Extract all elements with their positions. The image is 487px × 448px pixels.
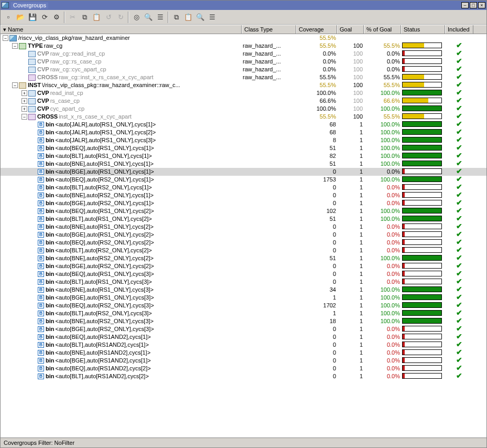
- header-included[interactable]: Included: [445, 25, 473, 34]
- name-cell[interactable]: Bbin<auto[BGE],auto[RS1_ONLY],cycs[1]>: [1, 168, 242, 176]
- table-row[interactable]: CVPraw_cg::read_inst_cpraw_hazard_...0.0…: [1, 50, 486, 58]
- expand-icon[interactable]: +: [21, 98, 27, 104]
- table-row[interactable]: Bbin<auto[BLT],auto[RS2_ONLY],cycs[3]>11…: [1, 310, 486, 317]
- name-cell[interactable]: CVPraw_cg::cyc_apart_cp: [1, 66, 242, 73]
- table-row[interactable]: Bbin<auto[BLT],auto[RS1_ONLY],cycs[3]>01…: [1, 278, 486, 286]
- table-row[interactable]: +CVPrs_case_cp66.6%10066.6%✔: [1, 97, 486, 105]
- header-coverage[interactable]: Coverage: [296, 25, 337, 34]
- name-cell[interactable]: −CROSSinst_x_rs_case_x_cyc_apart: [1, 113, 242, 121]
- header-status[interactable]: Status: [401, 25, 445, 34]
- name-cell[interactable]: Bbin<auto[BGE],auto[RS2_ONLY],cycs[3]>: [1, 325, 242, 333]
- table-row[interactable]: CROSSraw_cg::inst_x_rs_case_x_cyc_apartr…: [1, 73, 486, 81]
- copy2-icon[interactable]: ⧉: [170, 12, 182, 23]
- table-row[interactable]: −/riscv_vip_class_pkg/raw_hazard_examine…: [1, 34, 486, 42]
- table-row[interactable]: Bbin<auto[BGE],auto[RS2_ONLY],cycs[3]>01…: [1, 325, 486, 333]
- paste2-icon[interactable]: 📋: [182, 12, 194, 23]
- name-cell[interactable]: Bbin<auto[BGE],auto[RS1_ONLY],cycs[2]>: [1, 231, 242, 239]
- name-cell[interactable]: Bbin<auto[JALR],auto[RS1_ONLY],cycs[3]>: [1, 136, 242, 144]
- name-cell[interactable]: Bbin<auto[BEQ],auto[RS2_ONLY],cycs[2]>: [1, 239, 242, 247]
- table-row[interactable]: Bbin<auto[JALR],auto[RS1_ONLY],cycs[1]>6…: [1, 121, 486, 129]
- table-row[interactable]: CVPraw_cg::rs_case_cpraw_hazard_...0.0%1…: [1, 58, 486, 66]
- name-cell[interactable]: +CVPread_inst_cp: [1, 89, 242, 97]
- table-row[interactable]: CVPraw_cg::cyc_apart_cpraw_hazard_...0.0…: [1, 66, 486, 73]
- table-row[interactable]: Bbin<auto[BGE],auto[RS1_ONLY],cycs[3]>11…: [1, 294, 486, 302]
- name-cell[interactable]: Bbin<auto[BEQ],auto[RS2_ONLY],cycs[1]>: [1, 176, 242, 184]
- collapse-icon[interactable]: −: [3, 35, 8, 41]
- name-cell[interactable]: Bbin<auto[BEQ],auto[RS1AND2],cycs[2]>: [1, 365, 242, 372]
- name-cell[interactable]: Bbin<auto[BLT],auto[RS1_ONLY],cycs[1]>: [1, 152, 242, 160]
- table-row[interactable]: Bbin<auto[BNE],auto[RS1_ONLY],cycs[2]>01…: [1, 223, 486, 231]
- table-row[interactable]: Bbin<auto[BEQ],auto[RS1_ONLY],cycs[3]>01…: [1, 270, 486, 278]
- name-cell[interactable]: Bbin<auto[BNE],auto[RS2_ONLY],cycs[1]>: [1, 191, 242, 199]
- name-cell[interactable]: Bbin<auto[BEQ],auto[RS1_ONLY],cycs[2]>: [1, 207, 242, 215]
- table-row[interactable]: Bbin<auto[BLT],auto[RS1_ONLY],cycs[2]>51…: [1, 215, 486, 223]
- table-row[interactable]: −TYPEraw_cgraw_hazard_...55.5%10055.5%✔: [1, 42, 486, 50]
- table-row[interactable]: Bbin<auto[BEQ],auto[RS2_ONLY],cycs[3]>17…: [1, 302, 486, 310]
- name-cell[interactable]: +CVPrs_case_cp: [1, 97, 242, 105]
- expand-icon[interactable]: +: [21, 106, 27, 112]
- header-pctofgoal[interactable]: % of Goal: [364, 25, 401, 34]
- name-cell[interactable]: Bbin<auto[BNE],auto[RS2_ONLY],cycs[3]>: [1, 317, 242, 325]
- table-row[interactable]: Bbin<auto[BEQ],auto[RS1AND2],cycs[2]>010…: [1, 365, 486, 372]
- table-row[interactable]: Bbin<auto[BEQ],auto[RS1_ONLY],cycs[2]>10…: [1, 207, 486, 215]
- table-row[interactable]: +CVPread_inst_cp100.0%100100.0%✔: [1, 89, 486, 97]
- undo-icon[interactable]: ↺: [103, 12, 114, 23]
- find2-icon[interactable]: 🔍: [194, 12, 206, 23]
- name-cell[interactable]: Bbin<auto[BLT],auto[RS1_ONLY],cycs[2]>: [1, 215, 242, 223]
- name-cell[interactable]: CROSSraw_cg::inst_x_rs_case_x_cyc_apart: [1, 73, 242, 81]
- table-row[interactable]: +CVPcyc_apart_cp100.0%100100.0%✔: [1, 105, 486, 113]
- table-row[interactable]: Bbin<auto[BLT],auto[RS1AND2],cycs[2]>010…: [1, 372, 486, 380]
- name-cell[interactable]: Bbin<auto[BEQ],auto[RS1_ONLY],cycs[3]>: [1, 270, 242, 278]
- table-row[interactable]: Bbin<auto[BLT],auto[RS2_ONLY],cycs[1]>01…: [1, 184, 486, 191]
- collapse-icon[interactable]: −: [21, 114, 27, 120]
- table-row[interactable]: Bbin<auto[BGE],auto[RS2_ONLY],cycs[1]>01…: [1, 199, 486, 207]
- name-cell[interactable]: −/riscv_vip_class_pkg/raw_hazard_examine…: [1, 34, 242, 42]
- expand-icon[interactable]: +: [21, 90, 27, 96]
- table-row[interactable]: Bbin<auto[BGE],auto[RS1_ONLY],cycs[1]>01…: [1, 168, 486, 176]
- new-icon[interactable]: ▫: [3, 12, 14, 23]
- config-icon[interactable]: ⚙: [51, 12, 62, 23]
- name-cell[interactable]: −TYPEraw_cg: [1, 42, 242, 50]
- table-row[interactable]: Bbin<auto[BLT],auto[RS2_ONLY],cycs[2]>01…: [1, 247, 486, 254]
- minimize-button[interactable]: –: [461, 2, 469, 8]
- maximize-button[interactable]: □: [470, 2, 477, 8]
- name-cell[interactable]: Bbin<auto[BNE],auto[RS2_ONLY],cycs[2]>: [1, 254, 242, 262]
- name-cell[interactable]: Bbin<auto[BLT],auto[RS1_ONLY],cycs[3]>: [1, 278, 242, 286]
- coverage-tree[interactable]: −/riscv_vip_class_pkg/raw_hazard_examine…: [1, 34, 486, 438]
- table-row[interactable]: Bbin<auto[BNE],auto[RS1_ONLY],cycs[3]>34…: [1, 286, 486, 294]
- table-row[interactable]: Bbin<auto[BEQ],auto[RS1AND2],cycs[1]>010…: [1, 333, 486, 341]
- close-button[interactable]: ×: [478, 2, 485, 8]
- table-row[interactable]: Bbin<auto[BGE],auto[RS2_ONLY],cycs[2]>01…: [1, 262, 486, 270]
- name-cell[interactable]: Bbin<auto[BNE],auto[RS1AND2],cycs[1]>: [1, 349, 242, 357]
- table-row[interactable]: Bbin<auto[BNE],auto[RS1AND2],cycs[1]>010…: [1, 349, 486, 357]
- name-cell[interactable]: Bbin<auto[BGE],auto[RS1_ONLY],cycs[3]>: [1, 294, 242, 302]
- table-row[interactable]: Bbin<auto[BNE],auto[RS2_ONLY],cycs[3]>18…: [1, 317, 486, 325]
- table-row[interactable]: Bbin<auto[BEQ],auto[RS2_ONLY],cycs[2]>01…: [1, 239, 486, 247]
- table-row[interactable]: Bbin<auto[BLT],auto[RS1_ONLY],cycs[1]>82…: [1, 152, 486, 160]
- name-cell[interactable]: Bbin<auto[BLT],auto[RS2_ONLY],cycs[3]>: [1, 310, 242, 317]
- table-row[interactable]: Bbin<auto[BNE],auto[RS1_ONLY],cycs[1]>51…: [1, 160, 486, 168]
- name-cell[interactable]: Bbin<auto[BLT],auto[RS2_ONLY],cycs[1]>: [1, 184, 242, 191]
- find-icon[interactable]: 🔍: [143, 12, 154, 23]
- name-cell[interactable]: Bbin<auto[BGE],auto[RS2_ONLY],cycs[2]>: [1, 262, 242, 270]
- paste-icon[interactable]: 📋: [91, 12, 102, 23]
- save-icon[interactable]: 💾: [27, 12, 38, 23]
- collapse-icon[interactable]: −: [12, 82, 18, 88]
- name-cell[interactable]: Bbin<auto[BGE],auto[RS1AND2],cycs[1]>: [1, 357, 242, 365]
- table-row[interactable]: Bbin<auto[BNE],auto[RS2_ONLY],cycs[1]>01…: [1, 191, 486, 199]
- table-row[interactable]: Bbin<auto[BNE],auto[RS2_ONLY],cycs[2]>51…: [1, 254, 486, 262]
- table-row[interactable]: Bbin<auto[BGE],auto[RS1AND2],cycs[1]>010…: [1, 357, 486, 365]
- redo-icon[interactable]: ↻: [115, 12, 126, 23]
- table-row[interactable]: Bbin<auto[BGE],auto[RS1_ONLY],cycs[2]>01…: [1, 231, 486, 239]
- collapse-icon[interactable]: −: [12, 43, 18, 49]
- name-cell[interactable]: Bbin<auto[BLT],auto[RS1AND2],cycs[1]>: [1, 341, 242, 349]
- mark-icon[interactable]: ◎: [131, 12, 142, 23]
- titlebar[interactable]: Covergroups – □ ×: [1, 1, 486, 10]
- header-name[interactable]: Name: [1, 25, 242, 34]
- header-goal[interactable]: Goal: [337, 25, 364, 34]
- name-cell[interactable]: Bbin<auto[BNE],auto[RS1_ONLY],cycs[3]>: [1, 286, 242, 294]
- name-cell[interactable]: Bbin<auto[BEQ],auto[RS2_ONLY],cycs[3]>: [1, 302, 242, 310]
- name-cell[interactable]: Bbin<auto[JALR],auto[RS1_ONLY],cycs[1]>: [1, 121, 242, 129]
- tree2-icon[interactable]: ☰: [207, 12, 218, 23]
- table-row[interactable]: −INST\/riscv_vip_class_pkg::raw_hazard_e…: [1, 81, 486, 89]
